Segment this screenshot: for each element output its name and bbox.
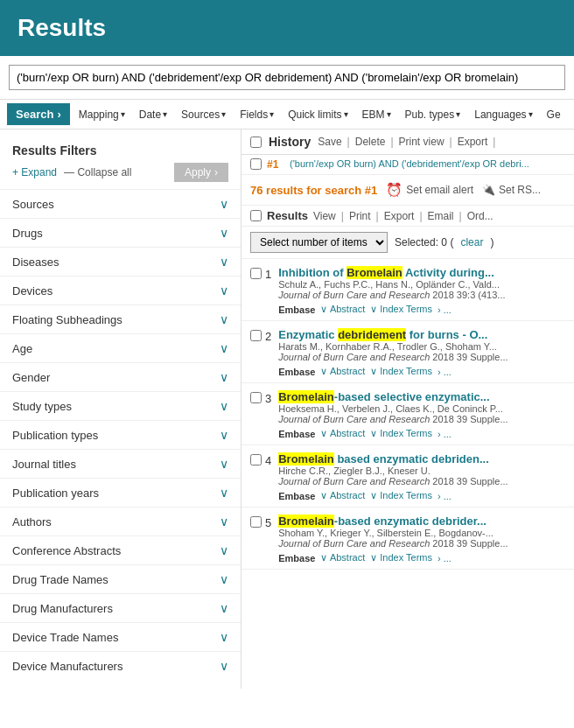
result-authors-1: Schulz A., Fuchs P.C., Hans N., Opländer… [278,279,565,290]
selected-count: Selected: 0 ( [395,236,453,248]
results-order-btn[interactable]: Ord... [467,210,494,222]
filter-publication-years[interactable]: Publication years ∨ [0,478,241,507]
items-count-select[interactable]: Select number of items 10 25 50 [250,232,388,253]
filter-journal-titles[interactable]: Journal titles ∨ [0,449,241,478]
result-abstract-link-2[interactable]: ∨ Abstract [320,366,365,377]
filter-gender[interactable]: Gender ∨ [0,362,241,391]
chevron-down-icon: ∨ [220,659,228,673]
items-selector-bar: Select number of items 10 25 50 Selected… [242,227,574,259]
clock-icon: ⏰ [386,182,402,198]
result-abstract-link-4[interactable]: ∨ Abstract [320,490,365,501]
filter-device-trade-names[interactable]: Device Trade Names ∨ [0,622,241,651]
search-input[interactable] [9,65,565,90]
history-delete-btn[interactable]: Delete [355,136,386,148]
filter-study-types[interactable]: Study types ∨ [0,391,241,420]
result-checkbox-4[interactable] [250,454,262,466]
search-chevron-icon: › [57,108,60,121]
rss-alert-button[interactable]: 🔌 Set RS... [482,184,541,196]
filter-floating-subheadings[interactable]: Floating Subheadings ∨ [0,304,241,333]
result-index-terms-link-5[interactable]: ∨ Index Terms [370,552,432,564]
chevron-down-icon: ∨ [220,572,228,586]
history-export-btn[interactable]: Export [458,136,488,148]
toolbar-fields-btn[interactable]: Fields ▾ [234,104,279,125]
chevron-down-icon: ▾ [163,109,167,119]
toolbar-mapping-btn[interactable]: Mapping ▾ [74,104,130,125]
filter-diseases[interactable]: Diseases ∨ [0,247,241,276]
history-label: History [269,135,311,149]
result-abstract-link-1[interactable]: ∨ Abstract [320,304,365,315]
filter-drug-trade-names[interactable]: Drug Trade Names ∨ [0,564,241,593]
result-more-link-2[interactable]: › ... [438,367,452,377]
result-more-link-5[interactable]: › ... [438,553,452,564]
result-item-4: 4 Bromelain based enzymatic debriden... … [242,445,574,508]
filter-sources[interactable]: Sources ∨ [0,189,241,218]
history-print-btn[interactable]: Print view [399,136,444,148]
toolbar-pubtypes-btn[interactable]: Pub. types ▾ [400,104,466,125]
filter-authors[interactable]: Authors ∨ [0,507,241,536]
chevron-down-icon: ▾ [387,109,391,119]
toolbar-ebm-btn[interactable]: EBM ▾ [357,104,396,125]
result-checkbox-1[interactable] [250,268,262,279]
filter-drug-manufacturers[interactable]: Drug Manufacturers ∨ [0,593,241,622]
chevron-down-icon: ▾ [344,109,348,119]
results-summary: 76 results for search #1 ⏰ Set email ale… [242,175,574,205]
result-title-2[interactable]: Enzymatic debridement for burns - O... [278,328,565,341]
result-title-4[interactable]: Bromelain based enzymatic debriden... [278,452,565,466]
toolbar-quicklimits-btn[interactable]: Quick limits ▾ [283,104,353,125]
toolbar-sources-btn[interactable]: Sources ▾ [176,104,231,125]
result-more-link-3[interactable]: › ... [438,429,452,439]
result-abstract-link-3[interactable]: ∨ Abstract [320,428,365,439]
result-journal-1: Journal of Burn Care and Research 2018 3… [278,290,565,300]
result-meta-1: Embase ∨ Abstract ∨ Index Terms › ... [278,304,565,315]
filter-drugs[interactable]: Drugs ∨ [0,218,241,247]
filter-devices[interactable]: Devices ∨ [0,276,241,304]
result-meta-5: Embase ∨ Abstract ∨ Index Terms › ... [278,552,565,564]
result-item-2: 2 Enzymatic debridement for burns - O...… [242,321,574,383]
filter-conference-abstracts[interactable]: Conference Abstracts ∨ [0,536,241,564]
chevron-down-icon: ▾ [270,109,274,119]
result-authors-5: Shoham Y., Krieger Y., Silberstein E., B… [278,528,565,538]
toolbar-date-btn[interactable]: Date ▾ [134,104,172,125]
results-email-btn[interactable]: Email [428,210,454,222]
chevron-down-icon: ∨ [220,601,228,615]
result-index-terms-link-1[interactable]: ∨ Index Terms [370,304,432,315]
search-button[interactable]: Search › [7,103,70,125]
result-abstract-link-5[interactable]: ∨ Abstract [320,552,365,564]
result-meta-3: Embase ∨ Abstract ∨ Index Terms › ... [278,428,565,439]
expand-all-button[interactable]: + Expand [12,166,57,178]
results-view-btn[interactable]: View [313,210,336,222]
apply-button[interactable]: Apply › [174,163,228,182]
result-checkbox-5[interactable] [250,516,262,528]
result-more-link-1[interactable]: › ... [438,304,452,315]
filter-device-manufacturers[interactable]: Device Manufacturers ∨ [0,651,241,680]
history-select-all-checkbox[interactable] [250,136,262,148]
results-select-all-checkbox[interactable] [250,210,262,221]
email-alert-button[interactable]: ⏰ Set email alert [386,182,473,198]
history-row-num: #1 [267,158,284,171]
result-title-5[interactable]: Bromelain-based enzymatic debrider... [278,514,565,528]
result-title-3[interactable]: Bromelain-based selective enzymatic... [278,390,565,403]
history-row-query[interactable]: ('burn'/exp OR burn) AND ('debridement'/… [290,158,529,169]
result-checkbox-2[interactable] [250,330,262,341]
filter-publication-types[interactable]: Publication types ∨ [0,420,241,449]
result-checkbox-3[interactable] [250,392,262,403]
page-title: Results [18,14,556,42]
chevron-down-icon: ▾ [121,109,125,119]
result-title-1[interactable]: Inhibition of Bromelain Activity during.… [278,266,565,279]
result-index-terms-link-3[interactable]: ∨ Index Terms [370,428,432,439]
results-count: 76 results for search #1 [250,184,377,197]
history-save-btn[interactable]: Save [318,136,341,148]
history-row-checkbox[interactable] [250,158,262,170]
result-index-terms-link-2[interactable]: ∨ Index Terms [370,366,432,377]
chevron-down-icon: ∨ [220,428,228,442]
filter-age[interactable]: Age ∨ [0,333,241,362]
toolbar-languages-btn[interactable]: Languages ▾ [469,104,537,125]
collapse-all-button[interactable]: — Collapse all [64,166,131,178]
chevron-down-icon: ∨ [220,197,228,211]
clear-selection-button[interactable]: clear [460,236,483,248]
results-print-btn[interactable]: Print [349,210,371,222]
results-export-btn[interactable]: Export [384,210,415,222]
toolbar-ge-btn[interactable]: Ge [542,104,566,125]
result-index-terms-link-4[interactable]: ∨ Index Terms [370,490,432,501]
result-more-link-4[interactable]: › ... [438,491,452,501]
